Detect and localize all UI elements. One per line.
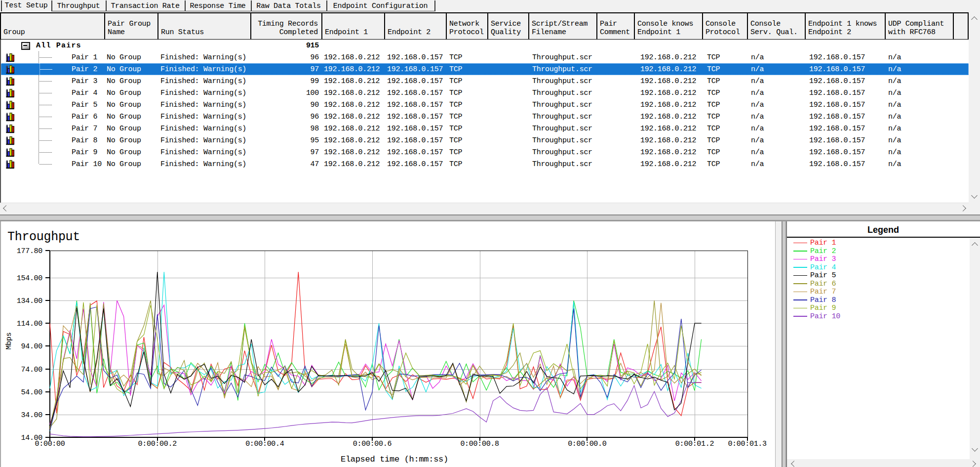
svg-text:0:00:01.3: 0:00:01.3 xyxy=(728,440,767,448)
svg-text:154.00: 154.00 xyxy=(17,274,43,283)
svg-text:Elapsed time (h:mm:ss): Elapsed time (h:mm:ss) xyxy=(341,455,448,464)
svg-text:94.00: 94.00 xyxy=(21,342,42,351)
svg-text:0:00:00.4: 0:00:00.4 xyxy=(245,440,284,448)
svg-text:0:00:00.0: 0:00:00.0 xyxy=(568,440,607,448)
svg-text:0:00:00.2: 0:00:00.2 xyxy=(138,440,177,448)
svg-text:Mbps: Mbps xyxy=(5,333,13,350)
svg-text:177.80: 177.80 xyxy=(17,247,43,255)
svg-text:0:00:00.6: 0:00:00.6 xyxy=(353,440,392,448)
svg-text:0:00:00.8: 0:00:00.8 xyxy=(460,440,499,448)
svg-text:0:00:01.2: 0:00:01.2 xyxy=(675,440,714,448)
svg-text:0:00:00: 0:00:00 xyxy=(35,440,65,448)
svg-text:74.00: 74.00 xyxy=(21,366,42,374)
svg-text:Throughput: Throughput xyxy=(7,230,80,244)
svg-text:114.00: 114.00 xyxy=(17,320,43,328)
svg-text:134.00: 134.00 xyxy=(17,297,43,305)
svg-text:34.00: 34.00 xyxy=(21,411,42,420)
svg-text:54.00: 54.00 xyxy=(21,388,42,397)
